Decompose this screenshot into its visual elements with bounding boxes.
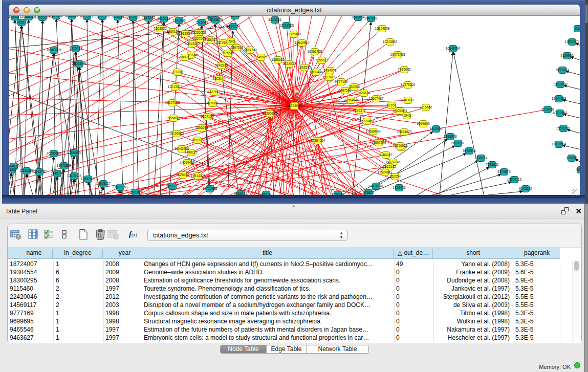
svg-text:7386372: 7386372 bbox=[353, 108, 366, 112]
svg-text:3215956: 3215956 bbox=[541, 107, 554, 111]
svg-text:7254024: 7254024 bbox=[234, 192, 247, 195]
svg-text:2935114: 2935114 bbox=[475, 156, 488, 160]
svg-text:9699695: 9699695 bbox=[417, 122, 430, 125]
svg-text:9242848: 9242848 bbox=[215, 63, 228, 67]
svg-text:8813054: 8813054 bbox=[268, 18, 281, 21]
svg-text:10607487: 10607487 bbox=[369, 97, 384, 100]
svg-text:6990444: 6990444 bbox=[310, 70, 323, 74]
svg-text:18640910: 18640910 bbox=[295, 41, 310, 45]
svg-text:7515546: 7515546 bbox=[111, 16, 124, 18]
svg-text:12942737: 12942737 bbox=[32, 170, 47, 173]
svg-text:8427552: 8427552 bbox=[207, 90, 221, 94]
svg-text:16914479: 16914479 bbox=[191, 174, 206, 178]
svg-text:18807249: 18807249 bbox=[372, 141, 386, 144]
svg-text:8938928: 8938928 bbox=[444, 135, 457, 138]
svg-text:17359924: 17359924 bbox=[67, 151, 82, 155]
svg-text:15692971: 15692971 bbox=[556, 126, 571, 130]
svg-text:9184067: 9184067 bbox=[379, 153, 393, 157]
svg-text:1521806: 1521806 bbox=[172, 18, 186, 22]
svg-text:10719155: 10719155 bbox=[80, 16, 95, 18]
svg-text:3675645: 3675645 bbox=[221, 51, 234, 55]
svg-text:1713426: 1713426 bbox=[393, 186, 406, 189]
svg-text:19654923: 19654923 bbox=[397, 130, 412, 134]
svg-text:10543382: 10543382 bbox=[185, 42, 200, 46]
svg-text:1145191: 1145191 bbox=[51, 171, 64, 175]
svg-text:252254: 252254 bbox=[389, 174, 401, 178]
svg-text:7625402: 7625402 bbox=[176, 173, 189, 177]
svg-text:10688609: 10688609 bbox=[366, 129, 381, 133]
svg-text:10973493: 10973493 bbox=[390, 53, 405, 56]
svg-text:9463627: 9463627 bbox=[401, 98, 415, 102]
svg-text:18724007: 18724007 bbox=[287, 104, 302, 107]
svg-text:7515546: 7515546 bbox=[195, 20, 208, 24]
svg-text:20053346: 20053346 bbox=[72, 62, 87, 65]
svg-text:9657771: 9657771 bbox=[166, 184, 179, 188]
svg-text:6794078: 6794078 bbox=[323, 69, 337, 72]
svg-text:5322037: 5322037 bbox=[282, 62, 296, 65]
svg-text:13524861: 13524861 bbox=[378, 170, 393, 174]
svg-text:16782759: 16782759 bbox=[113, 185, 128, 189]
svg-text:10958117: 10958117 bbox=[96, 182, 111, 185]
svg-text:7955812: 7955812 bbox=[315, 58, 329, 62]
svg-text:867833: 867833 bbox=[192, 138, 203, 142]
svg-text:8454749: 8454749 bbox=[244, 48, 257, 52]
svg-text:9777169: 9777169 bbox=[335, 80, 348, 83]
svg-text:12923466: 12923466 bbox=[128, 190, 143, 194]
svg-text:12093832: 12093832 bbox=[553, 82, 568, 86]
svg-text:15720407: 15720407 bbox=[360, 119, 375, 123]
svg-text:8813054: 8813054 bbox=[157, 17, 170, 20]
svg-text:17010504: 17010504 bbox=[552, 142, 567, 146]
svg-text:2367608: 2367608 bbox=[230, 46, 244, 49]
svg-text:14099489: 14099489 bbox=[180, 161, 195, 164]
svg-text:746206: 746206 bbox=[349, 85, 360, 89]
svg-text:417006: 417006 bbox=[207, 101, 218, 105]
svg-text:12213967: 12213967 bbox=[383, 40, 398, 43]
svg-text:1546: 1546 bbox=[227, 39, 235, 43]
svg-text:1405571: 1405571 bbox=[15, 20, 28, 24]
svg-text:8471676: 8471676 bbox=[497, 170, 511, 173]
svg-text:16154808: 16154808 bbox=[375, 27, 390, 30]
svg-text:12218506: 12218506 bbox=[279, 24, 294, 27]
svg-text:271817: 271817 bbox=[172, 70, 183, 74]
svg-text:7357247: 7357247 bbox=[142, 16, 155, 19]
svg-text:7663822: 7663822 bbox=[154, 27, 167, 30]
svg-text:1353594: 1353594 bbox=[195, 126, 208, 129]
svg-text:12213313: 12213313 bbox=[168, 85, 183, 89]
svg-text:9227343: 9227343 bbox=[556, 68, 569, 72]
svg-text:10654112: 10654112 bbox=[507, 178, 522, 181]
svg-text:10025433: 10025433 bbox=[393, 109, 407, 113]
svg-text:20691406: 20691406 bbox=[21, 16, 36, 18]
svg-text:1615132: 1615132 bbox=[383, 165, 396, 168]
svg-text:16648784: 16648784 bbox=[446, 47, 461, 50]
svg-text:98901: 98901 bbox=[180, 55, 189, 59]
svg-text:9245612: 9245612 bbox=[519, 187, 532, 190]
svg-text:15716485: 15716485 bbox=[203, 187, 217, 190]
svg-text:1815423: 1815423 bbox=[69, 47, 82, 50]
svg-text:6466160: 6466160 bbox=[65, 16, 78, 17]
svg-text:9115460: 9115460 bbox=[420, 105, 432, 109]
svg-text:1621022: 1621022 bbox=[322, 75, 336, 79]
svg-text:16053809: 16053809 bbox=[47, 48, 61, 52]
svg-text:6879197: 6879197 bbox=[451, 141, 465, 145]
svg-text:19654982: 19654982 bbox=[166, 116, 181, 120]
svg-text:1292346: 1292346 bbox=[331, 192, 344, 195]
svg-text:18300295: 18300295 bbox=[263, 112, 277, 115]
svg-text:116753: 116753 bbox=[566, 156, 577, 160]
svg-text:1946: 1946 bbox=[403, 114, 411, 117]
svg-text:16046766: 16046766 bbox=[175, 147, 189, 150]
svg-text:6497568: 6497568 bbox=[338, 89, 352, 92]
svg-text:16961758: 16961758 bbox=[308, 50, 322, 53]
svg-text:92450: 92450 bbox=[576, 168, 580, 171]
svg-text:10210643: 10210643 bbox=[553, 111, 568, 115]
svg-text:1112: 1112 bbox=[574, 27, 580, 30]
svg-text:9146821: 9146821 bbox=[254, 55, 268, 59]
svg-text:10671385: 10671385 bbox=[95, 16, 110, 18]
svg-text:16914: 16914 bbox=[262, 192, 271, 195]
svg-text:13975887: 13975887 bbox=[57, 164, 72, 167]
svg-text:20206536: 20206536 bbox=[47, 151, 61, 155]
svg-text:12505115: 12505115 bbox=[67, 174, 82, 178]
svg-text:8960124: 8960124 bbox=[166, 30, 180, 33]
svg-text:15751074: 15751074 bbox=[565, 40, 580, 43]
svg-text:19384554: 19384554 bbox=[311, 139, 325, 142]
svg-text:391557: 391557 bbox=[9, 168, 17, 171]
